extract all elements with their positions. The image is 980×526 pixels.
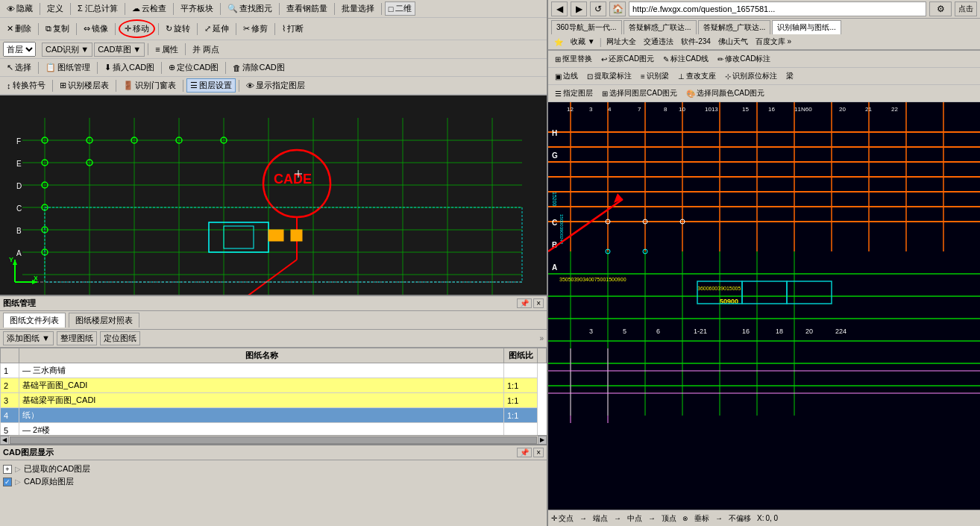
bm-url-nav[interactable]: 网址大全 <box>603 36 639 48</box>
extract-beam-btn[interactable]: ⊡ 提取梁标注 <box>583 69 635 83</box>
row-scale: 1:1 <box>504 378 538 393</box>
layer-settings-btn[interactable]: ☰ 图层设置 <box>186 78 236 93</box>
beam-extra-btn[interactable]: 梁 <box>782 69 797 83</box>
find-btn[interactable]: 🔍 查找图元 <box>224 1 276 16</box>
svg-text:15200: 15200 <box>552 192 557 207</box>
bm-weather[interactable]: 佛山天气 <box>715 36 751 48</box>
browser-tab-1[interactable]: 答疑解惑_广联达... <box>624 20 697 34</box>
layer-item-extracted: + ▷ 已提取的CAD图层 <box>3 463 544 475</box>
define-btn[interactable]: 定义 <box>43 1 67 16</box>
dm-close-btn[interactable]: × <box>533 298 544 308</box>
specify-layer-btn[interactable]: ☰ 指定图层 <box>551 87 597 100</box>
floor-select[interactable]: 首层 <box>3 42 36 57</box>
recognize-door-btn[interactable]: 🚪 识别门窗表 <box>119 78 180 93</box>
copy-btn[interactable]: ⧉ 复制 <box>42 22 73 36</box>
bm-software[interactable]: 软件-234 <box>678 36 714 48</box>
modify-cad-btn[interactable]: ✏ 修改CAD标注 <box>714 52 774 66</box>
cad-draft-btn[interactable]: CAD草图 ▼ <box>94 43 145 57</box>
tab-file-list[interactable]: 图纸文件列表 <box>3 313 66 328</box>
restore-icon: ↩ <box>601 55 607 63</box>
move-btn[interactable]: ✛ 移动 <box>119 19 155 38</box>
toolbar-row-3: 首层 CAD识别 ▼ CAD草图 ▼ ≡ 属性 并 两点 <box>0 40 547 59</box>
break-btn[interactable]: ⌇ 打断 <box>278 22 307 36</box>
right-cad-viewport[interactable]: H G C B A 12 3 4 7 8 10 1013 15 16 11N60… <box>548 102 980 510</box>
table-row[interactable]: 5 — 2#楼 <box>1 423 547 436</box>
two-point-btn[interactable]: 并 两点 <box>189 43 223 57</box>
browser-tab-2[interactable]: 答疑解惑_广联达... <box>698 20 771 34</box>
browser-tab-3[interactable]: 识别轴网与图纸... <box>772 20 841 34</box>
scroll-right[interactable]: ▶ <box>538 436 547 445</box>
cad-drawing-area[interactable]: F E D C B A 1 2 3 4 5 6 7 8 9 10 11 5160… <box>0 96 547 295</box>
svg-text:H: H <box>552 129 557 137</box>
browser-tab-0[interactable]: 360导航_新一代... <box>551 20 622 34</box>
cad-recognize-btn[interactable]: CAD识别 ▼ <box>42 43 92 57</box>
go-btn[interactable]: 点击 <box>955 1 977 16</box>
bm-favorites[interactable]: 收藏 ▼ <box>568 36 598 48</box>
convert-symbol-btn[interactable]: ↕ 转换符号 <box>3 78 49 93</box>
scroll-left[interactable]: ◀ <box>0 436 9 445</box>
delete-btn[interactable]: ✕ 删除 <box>3 22 35 36</box>
svg-text:G: G <box>552 151 558 160</box>
add-drawing-btn[interactable]: 添加图纸 ▼ <box>3 331 54 345</box>
tab-floor-map[interactable]: 图纸楼层对照表 <box>69 313 139 328</box>
table-row-selected[interactable]: 4 纸） 1:1 <box>1 408 547 423</box>
locate-drawing-btn[interactable]: 定位图纸 <box>100 331 140 345</box>
recognize-beam-btn[interactable]: ≡ 识别梁 <box>637 69 673 83</box>
svg-text:3: 3 <box>589 328 593 335</box>
recognize-inplace-btn[interactable]: ⊹ 识别原位标注 <box>721 69 781 83</box>
insert-cad-btn[interactable]: ⬇ 插入CAD图 <box>101 60 158 75</box>
locate-cad-btn[interactable]: ⊕ 定位CAD图 <box>165 60 222 75</box>
restore-cad-btn[interactable]: ↩ 还原CAD图元 <box>597 52 658 66</box>
settings-btn[interactable]: ⚙ <box>929 1 952 16</box>
properties-btn[interactable]: ≡ 属性 <box>151 43 181 57</box>
bm-library[interactable]: 百度文库 » <box>753 36 794 48</box>
rebar-btn[interactable]: 查看钢筋量 <box>283 1 331 16</box>
edge-btn[interactable]: ▣ 边线 <box>551 69 582 83</box>
dm-pin-btn[interactable]: 📌 <box>517 298 532 308</box>
organize-drawing-btn[interactable]: 整理图纸 <box>57 331 97 345</box>
mark-cad-btn[interactable]: ✎ 标注CAD线 <box>659 52 712 66</box>
recognize-floor-btn[interactable]: ⊞ 识别楼层表 <box>56 78 113 93</box>
cl-pin-btn[interactable]: 📌 <box>517 448 532 457</box>
batch-select-btn[interactable]: 批量选择 <box>338 1 378 16</box>
align-btn[interactable]: 平齐板块 <box>177 1 217 16</box>
back-btn[interactable]: ◀ <box>551 1 568 16</box>
drawing-mgmt-btn[interactable]: 📋 图纸管理 <box>42 60 94 75</box>
hide-btn[interactable]: 👁 隐藏 <box>3 1 37 16</box>
row-name: — 三水商铺 <box>19 363 504 378</box>
layer-checkbox-original[interactable]: ✓ <box>3 478 12 486</box>
replace-btn[interactable]: ⊞ 抠里替换 <box>551 52 596 66</box>
same-layer-btn[interactable]: ⊞ 选择同图层CAD图元 <box>598 87 681 100</box>
layer-expand2: ▷ <box>15 478 21 486</box>
show-layer-btn[interactable]: 👁 显示指定图层 <box>242 78 309 93</box>
table-scrollbar[interactable]: ◀ ▶ <box>0 435 547 444</box>
status-sep5: → <box>715 514 723 522</box>
trim-btn[interactable]: ✂ 修剪 <box>239 22 271 36</box>
layer-checkbox-extracted[interactable]: + <box>3 465 12 474</box>
refresh-btn[interactable]: ↺ <box>590 1 606 16</box>
rotate-btn[interactable]: ↻ 旋转 <box>162 22 194 36</box>
cloud-btn[interactable]: ☁ 云检查 <box>128 1 170 16</box>
extend-btn[interactable]: ⤢ 延伸 <box>201 22 233 36</box>
mirror-btn[interactable]: ⇔ 镜像 <box>80 22 112 36</box>
cl-close-btn[interactable]: × <box>533 448 544 457</box>
table-row[interactable]: 3 基础梁平面图_CADI 1:1 <box>1 393 547 408</box>
scroll-thumb[interactable] <box>10 436 537 444</box>
table-row[interactable]: 2 基础平面图_CADI 1:1 <box>1 378 547 393</box>
view-2d-btn[interactable]: □ 二维 <box>385 1 415 16</box>
sum-btn[interactable]: Σ 汇总计算 <box>74 1 122 16</box>
select-btn[interactable]: ↖ 选择 <box>3 60 35 75</box>
address-bar[interactable] <box>629 1 926 16</box>
cursor-icon: ↖ <box>7 63 13 72</box>
same-color-btn[interactable]: 🎨 选择同颜色CAD图元 <box>682 87 768 100</box>
svg-text:20: 20 <box>839 106 846 113</box>
clear-cad-btn[interactable]: 🗑 清除CAD图 <box>229 60 288 75</box>
home-btn[interactable]: 🏠 <box>609 1 626 16</box>
check-support-btn[interactable]: ⊥ 查改支座 <box>674 69 720 83</box>
table-row[interactable]: 1 — 三水商铺 <box>1 363 547 378</box>
delete-icon: ✕ <box>7 24 13 34</box>
forward-btn[interactable]: ▶ <box>571 1 587 16</box>
row-name: 基础平面图_CADI <box>19 378 504 393</box>
bm-traffic[interactable]: 交通违法 <box>641 36 676 48</box>
svg-text:20: 20 <box>805 328 813 335</box>
